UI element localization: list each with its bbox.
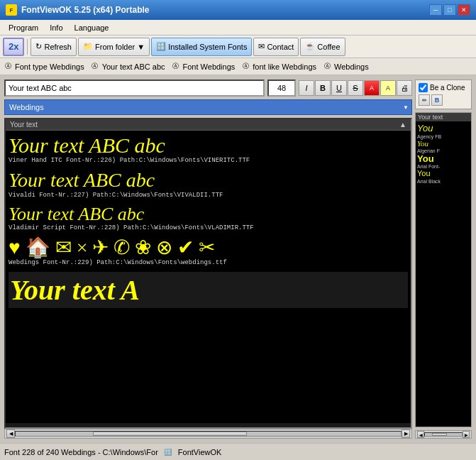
font-preview-3: Your text ABC abc bbox=[9, 204, 408, 225]
print-btn[interactable]: 🖨 bbox=[397, 80, 412, 96]
statusbar: Font 228 of 240 Webdings - C:\Windows\Fo… bbox=[0, 443, 476, 460]
right-preview: Your text You Agency FB You Algerian F Y… bbox=[415, 112, 472, 427]
quick-icon-4: Ⓐ bbox=[240, 62, 250, 72]
font-preview-2: Your text ABC abc bbox=[9, 170, 408, 192]
right-edit-btn[interactable]: ✏ bbox=[419, 94, 430, 106]
right-panel: Be a Clone ✏ B Your text You Agency FB bbox=[415, 80, 472, 439]
quickbar: Ⓐ Font type Webdings Ⓐ Your text ABC abc… bbox=[0, 58, 476, 75]
menu-program[interactable]: Program bbox=[3, 22, 44, 33]
right-font-4: You Arial Black bbox=[417, 169, 470, 183]
font-preview-1: Your text ABC abc bbox=[9, 133, 408, 157]
right-scroll-right[interactable]: ▶ bbox=[463, 431, 470, 438]
font-entry-1: Your text ABC abc Viner Hand ITC Font-Nr… bbox=[9, 133, 408, 164]
refresh-icon: ↻ bbox=[35, 42, 42, 51]
preview-area: Your text ▲ Your text ABC abc Viner Hand… bbox=[4, 118, 412, 429]
menu-info[interactable]: Info bbox=[44, 22, 68, 33]
clone-checkbox-row: Be a Clone bbox=[419, 83, 468, 92]
font-color-btn[interactable]: A bbox=[364, 80, 380, 96]
minimize-button[interactable]: ─ bbox=[429, 4, 442, 16]
menu-language[interactable]: Language bbox=[69, 22, 115, 33]
main-area: I B U S A A 🖨 Webdings Your text ▲ bbox=[0, 75, 476, 443]
bold-btn[interactable]: B bbox=[315, 80, 331, 96]
large-preview-text: Your text A bbox=[10, 274, 140, 306]
font-preview-4: ♥ 🏠 ✉ × ✈ ✆ ❀ ⊗ ✔ ✂ bbox=[9, 237, 408, 259]
status-app-name: FontViewOK bbox=[178, 448, 222, 456]
sep1 bbox=[27, 39, 28, 55]
window-controls: ─ □ ✕ bbox=[429, 4, 470, 16]
btn-from-folder[interactable]: 📁 From folder ▼ bbox=[78, 38, 150, 56]
font-entry-2: Your text ABC abc Vivaldi Font-Nr.:227) … bbox=[9, 170, 408, 199]
contact-icon: ✉ bbox=[258, 42, 265, 51]
scroll-right-btn[interactable]: ▶ bbox=[402, 429, 410, 438]
status-app-icon: 🔠 bbox=[162, 447, 174, 458]
quick-icon-1: Ⓐ bbox=[3, 62, 13, 72]
font-meta-1: Viner Hand ITC Font-Nr.:226) Path:C:\Win… bbox=[9, 157, 408, 164]
right-h-scrollbar[interactable]: ◀ ▶ bbox=[415, 430, 472, 439]
titlebar-title: FontViewOK 5.25 (x64) Portable bbox=[21, 5, 150, 15]
quick-icon-5: Ⓐ bbox=[322, 62, 332, 72]
dropdown-arrow: ▼ bbox=[137, 43, 145, 51]
right-panel-top: Be a Clone ✏ B bbox=[415, 80, 472, 109]
scroll-left-btn[interactable]: ◀ bbox=[6, 429, 15, 438]
font-meta-4: Webdings Font-Nr.:229) Path:C:\Windows\F… bbox=[9, 259, 408, 266]
fonts-icon: 🔠 bbox=[156, 42, 166, 51]
right-font-2: You Algerian F bbox=[417, 139, 470, 153]
right-scroll-thumb[interactable] bbox=[432, 433, 447, 436]
left-panel: I B U S A A 🖨 Webdings Your text ▲ bbox=[4, 80, 412, 439]
coffee-icon: ☕ bbox=[305, 42, 315, 51]
font-entry-3: Your text ABC abc Vladimir Script Font-N… bbox=[9, 204, 408, 232]
format-buttons: I B U S A A 🖨 bbox=[299, 80, 412, 96]
quick-font-like[interactable]: Ⓐ font like Webdings bbox=[240, 62, 316, 72]
right-font-1: You Agency FB bbox=[417, 123, 470, 139]
scroll-thumb[interactable] bbox=[93, 432, 247, 436]
size-input[interactable] bbox=[267, 80, 296, 97]
font-meta-3: Vladimir Script Font-Nr.:228) Path:C:\Wi… bbox=[9, 224, 408, 231]
toolbar: 2x ↻ Refresh 📁 From folder ▼ 🔠 Installed… bbox=[0, 35, 476, 58]
text-input[interactable] bbox=[4, 80, 265, 97]
right-scroll-track[interactable] bbox=[424, 432, 463, 437]
right-preview-content: You Agency FB You Algerian F You Arial F… bbox=[416, 121, 471, 185]
btn-contact[interactable]: ✉ Contact bbox=[253, 38, 299, 56]
italic-btn[interactable]: I bbox=[299, 80, 314, 96]
preview-header: Your text ▲ bbox=[6, 119, 411, 131]
right-scroll-left[interactable]: ◀ bbox=[417, 431, 424, 438]
text-input-row: I B U S A A 🖨 bbox=[4, 80, 412, 97]
quick-font[interactable]: Ⓐ Font Webdings bbox=[171, 62, 236, 72]
font-entry-4: ♥ 🏠 ✉ × ✈ ✆ ❀ ⊗ ✔ ✂ Webdings Font-Nr.:22… bbox=[9, 237, 408, 266]
titlebar: F FontViewOK 5.25 (x64) Portable ─ □ ✕ bbox=[0, 0, 476, 20]
clone-label: Be a Clone bbox=[430, 84, 465, 92]
btn-installed-fonts[interactable]: 🔠 Installed System Fonts bbox=[151, 38, 252, 56]
h-scrollbar[interactable]: ◀ ▶ bbox=[4, 429, 412, 439]
maximize-button[interactable]: □ bbox=[443, 4, 456, 16]
quick-font-type[interactable]: Ⓐ Font type Webdings bbox=[3, 62, 84, 72]
underline-btn[interactable]: U bbox=[331, 80, 347, 96]
btn-refresh[interactable]: ↻ Refresh bbox=[31, 38, 77, 56]
app-icon: F bbox=[6, 4, 17, 16]
highlight-btn[interactable]: A bbox=[380, 80, 396, 96]
quick-your-text[interactable]: Ⓐ Your text ABC abc bbox=[90, 62, 165, 72]
font-dropdown[interactable]: Webdings bbox=[4, 99, 412, 115]
font-meta-2: Vivaldi Font-Nr.:227) Path:C:\Windows\Fo… bbox=[9, 192, 408, 199]
right-font-3: You Arial Font- bbox=[417, 153, 470, 170]
quick-webdings[interactable]: Ⓐ Webdings bbox=[322, 62, 369, 72]
close-button[interactable]: ✕ bbox=[458, 4, 470, 16]
btn-coffee[interactable]: ☕ Coffee bbox=[300, 38, 345, 56]
folder-icon: 📁 bbox=[83, 42, 93, 51]
btn-2x[interactable]: 2x bbox=[3, 38, 24, 56]
menubar: Program Info Language bbox=[0, 20, 476, 35]
scroll-track[interactable] bbox=[15, 431, 402, 437]
scroll-up-btn[interactable]: ▲ bbox=[399, 121, 406, 128]
quick-icon-2: Ⓐ bbox=[90, 62, 100, 72]
quick-icon-3: Ⓐ bbox=[171, 62, 181, 72]
right-preview-header: Your text bbox=[416, 113, 471, 121]
preview-content: Your text ABC abc Viner Hand ITC Font-Nr… bbox=[6, 131, 411, 423]
strike-btn[interactable]: S bbox=[348, 80, 363, 96]
clone-checkbox[interactable] bbox=[419, 83, 428, 92]
large-preview: Your text A bbox=[9, 272, 408, 308]
right-bold-btn[interactable]: B bbox=[431, 94, 443, 106]
status-text: Font 228 of 240 Webdings - C:\Windows\Fo… bbox=[4, 448, 158, 456]
